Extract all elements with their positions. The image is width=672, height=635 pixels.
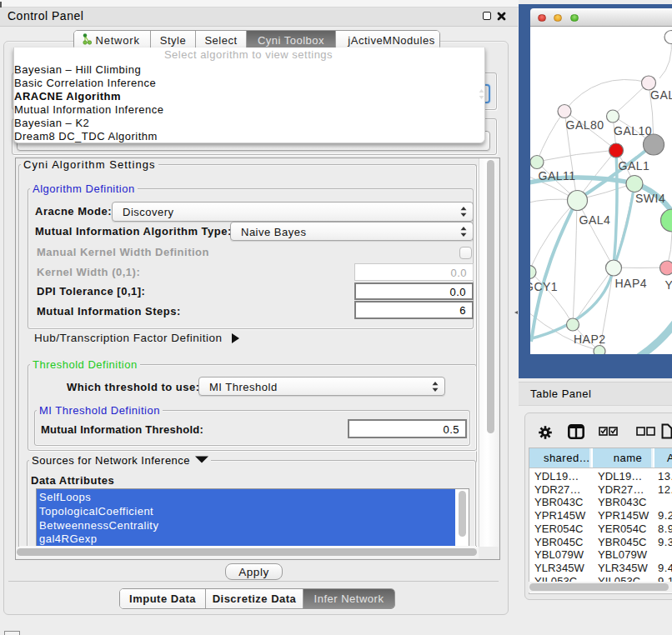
svg-text:HAP2: HAP2 xyxy=(574,332,606,346)
svg-text:GAL80: GAL80 xyxy=(566,118,604,132)
svg-text:GAL4: GAL4 xyxy=(579,213,611,227)
svg-text:GAL11: GAL11 xyxy=(539,169,576,182)
svg-text:GAL2: GAL2 xyxy=(650,88,672,102)
svg-text:YEL: YEL xyxy=(665,278,672,292)
svg-text:GCY1: GCY1 xyxy=(530,280,558,293)
svg-text:SWI4: SWI4 xyxy=(635,192,665,205)
svg-text:GAL10: GAL10 xyxy=(614,124,652,138)
svg-text:GAL1: GAL1 xyxy=(619,159,650,172)
svg-text:HAP4: HAP4 xyxy=(615,277,648,290)
